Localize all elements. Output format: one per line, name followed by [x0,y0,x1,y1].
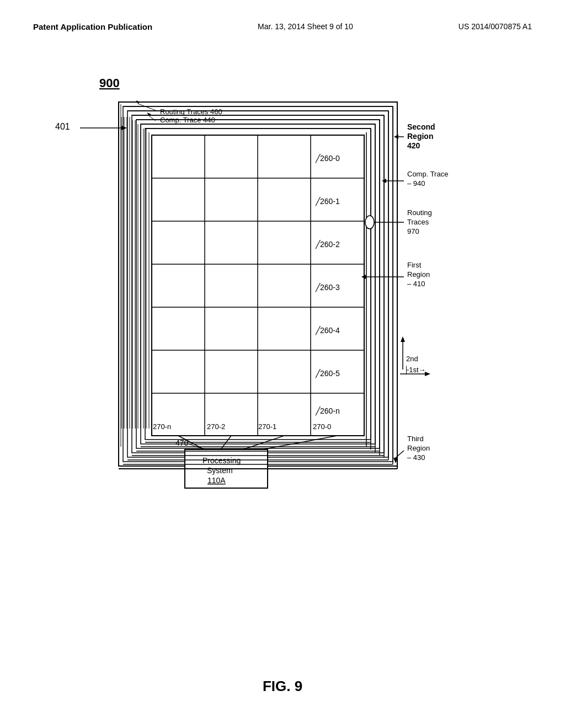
ref-401: 401 [55,122,70,131]
processing-system-label2: System [207,466,233,475]
svg-marker-67 [394,135,398,139]
comp-trace-940-label: Comp. Trace [407,170,448,178]
routing-traces-970-label2: Traces [407,218,429,226]
second-region-ref: 420 [407,141,420,150]
patent-diagram: 900 401 [33,72,532,568]
processing-system-ref: 110A [207,476,226,485]
row-label-260-5: ╱260-5 [315,369,340,378]
svg-point-71 [365,216,374,229]
row-label-260-0: ╱260-0 [315,154,340,163]
ref-470: 470 [175,438,189,447]
col-label-270-n: 270-n [153,422,171,431]
figure-label: FIG. 9 [0,678,565,695]
svg-line-62 [138,104,156,110]
comp-trace-940-ref: – 940 [407,179,425,188]
row-label-260-4: ╱260-4 [315,326,340,335]
sheet-info: Mar. 13, 2014 Sheet 9 of 10 [258,22,353,31]
header: Patent Application Publication Mar. 13, … [0,22,565,31]
comp-trace-440-label: Comp. Trace 440 [160,116,215,124]
diagram-number-label: 900 [99,76,120,90]
second-region-label2: Region [407,132,433,141]
direction-2nd: 2nd [406,355,418,363]
third-region-label: Third [407,435,424,443]
routing-traces-460-label: Routing Traces 460 [160,108,222,116]
routing-traces-970-ref: 970 [407,227,419,235]
diagram-area: 900 401 [33,72,532,568]
row-label-260-3: ╱260-3 [315,283,340,292]
first-region-label2: Region [407,270,430,279]
patent-publication-label: Patent Application Publication [33,22,152,31]
routing-traces-970-label: Routing [407,208,432,217]
third-region-label2: Region [407,444,430,452]
col-label-270-1: 270-1 [258,422,276,431]
processing-system-label: Processing [202,456,241,465]
col-label-270-2: 270-2 [207,422,225,431]
page: Patent Application Publication Mar. 13, … [0,0,565,728]
row-label-260-n: ╱260-n [315,406,340,416]
first-region-ref: – 410 [407,280,425,288]
row-label-260-1: ╱260-1 [315,197,340,206]
row-label-260-2: ╱260-2 [315,240,340,249]
direction-1st: ├1st→ [404,366,426,374]
third-region-ref: – 430 [407,453,425,462]
patent-number: US 2014/0070875 A1 [459,22,532,31]
svg-marker-75 [401,336,405,342]
first-region-label: First [407,261,422,269]
col-label-270-0: 270-0 [313,422,331,431]
second-region-label: Second [407,122,435,131]
